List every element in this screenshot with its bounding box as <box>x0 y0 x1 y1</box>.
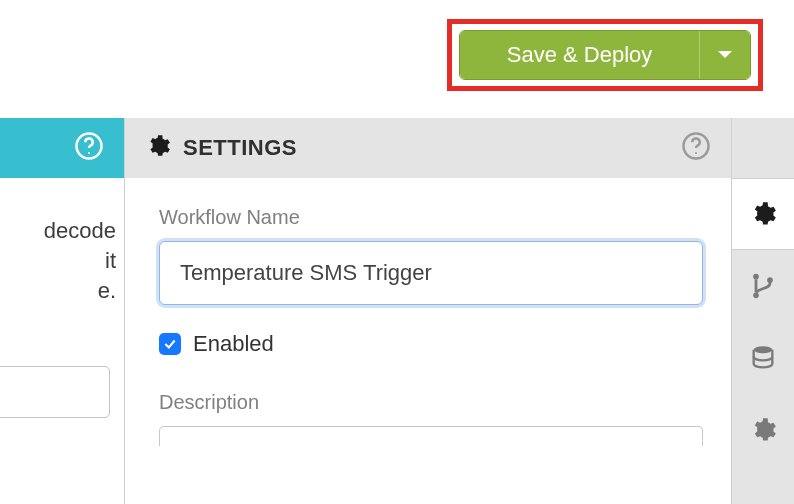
svg-point-6 <box>767 277 773 283</box>
settings-title: SETTINGS <box>183 135 297 161</box>
description-input[interactable] <box>159 426 703 446</box>
svg-point-5 <box>753 293 759 299</box>
check-icon <box>163 337 177 351</box>
rail-tab-settings[interactable] <box>731 178 794 250</box>
save-deploy-group: Save & Deploy <box>459 30 751 80</box>
top-toolbar: Save & Deploy <box>0 0 794 118</box>
right-icon-rail <box>732 118 794 504</box>
svg-point-3 <box>695 152 697 154</box>
text-fragment-3: e. <box>0 276 116 306</box>
save-deploy-dropdown[interactable] <box>700 31 750 79</box>
left-help-tab[interactable] <box>0 118 124 178</box>
svg-point-4 <box>753 274 759 280</box>
settings-body: Workflow Name Enabled Description <box>125 178 731 446</box>
enabled-row: Enabled <box>159 331 703 357</box>
chevron-down-icon <box>717 50 733 60</box>
help-circle-icon[interactable] <box>681 131 711 165</box>
text-fragment-1: decode <box>0 216 116 246</box>
workflow-name-input[interactable] <box>159 241 703 305</box>
settings-header: SETTINGS <box>125 118 731 178</box>
left-input-fragment[interactable] <box>0 366 110 418</box>
branch-icon <box>749 272 777 300</box>
rail-tab-versions[interactable] <box>732 250 794 322</box>
svg-point-7 <box>754 346 773 353</box>
help-circle-icon <box>74 131 104 165</box>
description-label: Description <box>159 391 703 414</box>
gear-icon <box>749 200 777 228</box>
text-fragment-2: it <box>0 246 116 276</box>
rail-tab-config[interactable] <box>732 394 794 466</box>
database-icon <box>749 344 777 372</box>
save-deploy-button[interactable]: Save & Deploy <box>460 31 700 79</box>
enabled-checkbox[interactable] <box>159 333 181 355</box>
cog-icon <box>749 416 777 444</box>
workflow-name-label: Workflow Name <box>159 206 703 229</box>
main-content: decode it e. SETTINGS Workflow Name En <box>0 118 794 504</box>
rail-tab-storage[interactable] <box>732 322 794 394</box>
enabled-label: Enabled <box>193 331 274 357</box>
save-deploy-highlight: Save & Deploy <box>447 19 763 91</box>
gear-icon <box>145 133 171 163</box>
left-panel: decode it e. <box>0 118 124 504</box>
svg-point-1 <box>88 152 90 154</box>
left-truncated-text: decode it e. <box>0 178 124 306</box>
settings-panel: SETTINGS Workflow Name Enabled Descripti… <box>124 118 732 504</box>
save-deploy-label: Save & Deploy <box>507 42 653 68</box>
